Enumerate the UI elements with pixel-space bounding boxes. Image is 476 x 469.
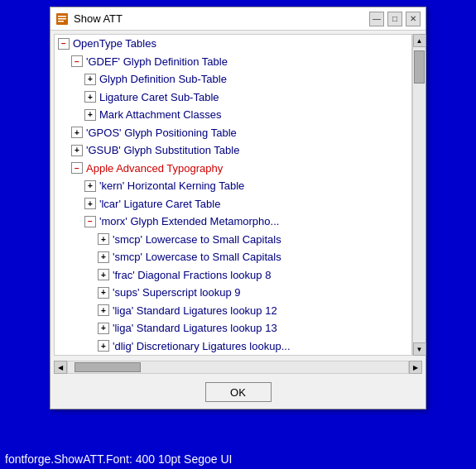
tree-item[interactable]: −'morx' Glyph Extended Metamorpho... xyxy=(55,213,411,231)
close-button[interactable]: ✕ xyxy=(406,12,421,26)
scroll-right-button[interactable]: ▶ xyxy=(409,361,422,374)
h-scroll-thumb[interactable] xyxy=(75,362,141,372)
expand-icon[interactable]: + xyxy=(98,269,109,280)
scroll-thumb[interactable] xyxy=(414,50,425,84)
tree-item[interactable]: +Mark Attachment Classes xyxy=(55,106,411,124)
maximize-button[interactable]: □ xyxy=(387,12,402,26)
tree-item-label: 'liga' Standard Ligatures lookup 13 xyxy=(113,320,277,337)
tree-item[interactable]: +'smcp' Lowercase to Small Capitals xyxy=(55,248,411,266)
vertical-scrollbar: ▲ ▼ xyxy=(412,34,426,356)
tree-item-label: Ligature Caret Sub-Table xyxy=(99,89,219,106)
collapse-icon[interactable]: − xyxy=(84,216,96,227)
expand-icon[interactable]: + xyxy=(98,304,109,316)
tree-item[interactable]: +'smcp' Lowercase to Small Capitals xyxy=(55,231,411,249)
expand-icon[interactable]: + xyxy=(84,91,96,103)
tree-item-label: Apple Advanced Typography xyxy=(86,160,223,177)
tree-item-label: 'sups' Superscript lookup 9 xyxy=(113,285,241,301)
expand-icon[interactable]: + xyxy=(84,198,96,209)
tree-item[interactable]: +Ligature Caret Sub-Table xyxy=(55,89,411,107)
expand-icon[interactable]: + xyxy=(98,340,109,352)
expand-icon[interactable]: + xyxy=(84,109,96,121)
scroll-up-button[interactable]: ▲ xyxy=(413,34,426,47)
tree-item[interactable]: +'dlig' Discretionary Ligatures lookup..… xyxy=(55,337,411,356)
tree-item[interactable]: +'GSUB' Glyph Substitution Table xyxy=(55,141,411,160)
svg-rect-2 xyxy=(58,18,66,20)
tree-item-label: 'frac' Diagonal Fractions lookup 8 xyxy=(113,267,271,284)
tree-item-label: Mark Attachment Classes xyxy=(99,107,221,123)
horizontal-scrollbar: ◀ ▶ xyxy=(50,359,426,376)
ok-button[interactable]: OK xyxy=(205,382,272,402)
title-bar: Show ATT — □ ✕ xyxy=(50,7,426,31)
tree-item-label: 'smcp' Lowercase to Small Capitals xyxy=(113,232,281,248)
tree-item[interactable]: +'lcar' Ligature Caret Table xyxy=(55,195,411,213)
tree-container: −OpenType Tables−'GDEF' Glyph Definition… xyxy=(54,34,412,356)
tree-item[interactable]: +'liga' Standard Ligatures lookup 13 xyxy=(55,319,411,337)
svg-rect-1 xyxy=(58,16,66,17)
status-bar: fontforge.ShowATT.Font: 400 10pt Segoe U… xyxy=(0,449,476,469)
tree-item-label: OpenType Tables xyxy=(73,36,156,52)
tree-item-label: 'lcar' Ligature Caret Table xyxy=(99,196,220,213)
main-window: Show ATT — □ ✕ −OpenType Tables−'GDEF' G… xyxy=(50,7,426,409)
svg-rect-3 xyxy=(58,21,64,22)
tree-item[interactable]: −OpenType Tables xyxy=(55,35,411,53)
window-icon xyxy=(55,12,69,26)
expand-icon[interactable]: + xyxy=(98,251,109,263)
expand-icon[interactable]: + xyxy=(71,145,83,156)
tree-item[interactable]: −Apple Advanced Typography xyxy=(55,160,411,178)
minimize-button[interactable]: — xyxy=(369,12,384,26)
tree-item[interactable]: −'GDEF' Glyph Definition Table xyxy=(55,53,411,71)
tree-item-label: 'smcp' Lowercase to Small Capitals xyxy=(113,249,281,266)
tree-item[interactable]: +'GPOS' Glyph Positioning Table xyxy=(55,124,411,142)
expand-icon[interactable]: + xyxy=(98,287,109,299)
expand-icon[interactable]: + xyxy=(84,180,96,192)
expand-icon[interactable]: + xyxy=(98,323,109,334)
tree-item[interactable]: +Glyph Definition Sub-Table xyxy=(55,70,411,89)
tree-item-label: 'GDEF' Glyph Definition Table xyxy=(86,54,228,70)
tree-scroll[interactable]: −OpenType Tables−'GDEF' Glyph Definition… xyxy=(55,35,411,355)
collapse-icon[interactable]: − xyxy=(71,162,83,174)
scroll-left-button[interactable]: ◀ xyxy=(54,361,67,374)
collapse-icon[interactable]: − xyxy=(71,55,83,67)
expand-icon[interactable]: + xyxy=(98,233,109,245)
scroll-down-button[interactable]: ▼ xyxy=(413,342,426,356)
tree-item[interactable]: +'kern' Horizontal Kerning Table xyxy=(55,177,411,195)
h-scroll-track[interactable] xyxy=(67,361,409,374)
tree-item-label: 'morx' Glyph Extended Metamorpho... xyxy=(99,213,279,230)
tree-item-label: 'dlig' Discretionary Ligatures lookup... xyxy=(113,338,291,355)
expand-icon[interactable]: + xyxy=(71,127,83,138)
content-area: −OpenType Tables−'GDEF' Glyph Definition… xyxy=(50,31,426,359)
tree-item-label: 'GPOS' Glyph Positioning Table xyxy=(86,125,237,141)
collapse-icon[interactable]: − xyxy=(58,38,70,50)
tree-item[interactable]: +'sups' Superscript lookup 9 xyxy=(55,284,411,302)
tree-item[interactable]: +'liga' Standard Ligatures lookup 12 xyxy=(55,302,411,320)
button-area: OK xyxy=(50,377,426,409)
scroll-track[interactable] xyxy=(413,47,426,342)
tree-item-label: 'kern' Horizontal Kerning Table xyxy=(99,178,244,194)
tree-item-label: 'GSUB' Glyph Substitution Table xyxy=(86,142,239,159)
tree-item[interactable]: +'frac' Diagonal Fractions lookup 8 xyxy=(55,266,411,285)
window-controls: — □ ✕ xyxy=(369,12,421,26)
status-text: fontforge.ShowATT.Font: 400 10pt Segoe U… xyxy=(5,452,232,466)
window-title: Show ATT xyxy=(74,12,123,25)
tree-item-label: 'liga' Standard Ligatures lookup 12 xyxy=(113,303,277,319)
title-bar-left: Show ATT xyxy=(55,12,123,26)
expand-icon[interactable]: + xyxy=(84,74,96,85)
tree-item-label: Glyph Definition Sub-Table xyxy=(99,71,227,88)
